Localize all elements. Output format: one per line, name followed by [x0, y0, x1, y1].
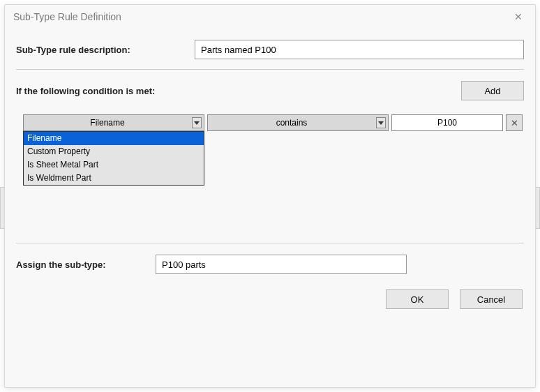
ok-button[interactable]: OK [386, 289, 449, 309]
description-input[interactable] [195, 40, 524, 59]
description-label: Sub-Type rule description: [16, 45, 195, 55]
operator-combobox-value: contains [276, 118, 308, 128]
add-button[interactable]: Add [461, 81, 524, 100]
titlebar: Sub-Type Rule Definition ✕ [5, 5, 535, 29]
chevron-down-icon[interactable] [192, 117, 202, 128]
dropdown-option-custom-property[interactable]: Custom Property [24, 145, 204, 158]
condition-label: If the following condition is met: [16, 86, 155, 96]
assign-label: Assign the sub-type: [16, 259, 156, 270]
cancel-button[interactable]: Cancel [460, 289, 523, 309]
delete-condition-button[interactable]: ✕ [506, 114, 523, 131]
divider [16, 243, 524, 243]
assign-subtype-input[interactable] [156, 255, 407, 274]
condition-row: Filename contains P100 ✕ [23, 114, 524, 131]
field-dropdown-list: Filename Custom Property Is Sheet Metal … [23, 131, 204, 186]
condition-table: Filename contains P100 ✕ Filename Custom… [23, 114, 524, 131]
window-title: Sub-Type Rule Definition [13, 11, 121, 22]
dropdown-option-weldment[interactable]: Is Weldment Part [24, 172, 204, 185]
divider [16, 69, 524, 70]
close-icon[interactable]: ✕ [509, 8, 528, 25]
operator-combobox[interactable]: contains [207, 114, 389, 131]
field-combobox-value: Filename [90, 118, 124, 128]
field-combobox[interactable]: Filename [23, 114, 204, 131]
subtype-rule-dialog: Sub-Type Rule Definition ✕ Sub-Type rule… [4, 4, 536, 388]
dialog-footer: OK Cancel [16, 289, 524, 309]
dropdown-option-sheet-metal[interactable]: Is Sheet Metal Part [24, 158, 204, 172]
dropdown-option-filename[interactable]: Filename [24, 132, 204, 145]
value-input[interactable]: P100 [391, 114, 503, 131]
close-icon: ✕ [511, 118, 518, 128]
chevron-down-icon[interactable] [376, 117, 386, 128]
